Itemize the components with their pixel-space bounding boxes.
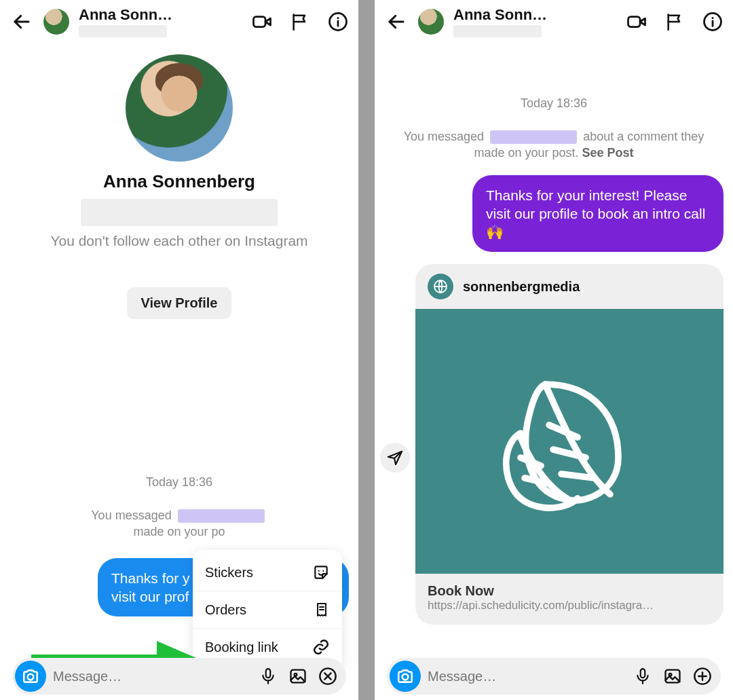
back-button[interactable] <box>384 10 409 34</box>
follow-status: You don't follow each other on Instagram <box>0 233 358 249</box>
system-message-prefix: You messaged <box>404 130 484 143</box>
card-brand-name: sonnenbergmedia <box>463 279 580 295</box>
profile-avatar[interactable] <box>126 54 233 162</box>
gallery-icon[interactable] <box>286 665 309 688</box>
voice-message-icon[interactable] <box>257 665 280 688</box>
card-image <box>415 309 723 574</box>
header-title-wrap[interactable]: Anna Sonn… <box>453 6 616 37</box>
menu-item-label: Stickers <box>205 565 253 581</box>
svg-point-12 <box>28 674 34 680</box>
header-subtitle-redacted <box>453 25 542 37</box>
svg-rect-21 <box>628 17 641 27</box>
message-input-bar <box>387 658 721 695</box>
video-call-icon[interactable] <box>251 11 273 33</box>
info-icon[interactable] <box>327 11 349 33</box>
dm-screen-right: Anna Sonn… Today 18:36 You messaged <box>375 0 733 700</box>
card-url: https://api.schedulicity.com/public/inst… <box>428 599 711 612</box>
header-avatar[interactable] <box>43 9 69 35</box>
menu-item-label: Booking link <box>205 640 278 655</box>
header-avatar[interactable] <box>418 9 444 35</box>
svg-point-6 <box>318 570 320 572</box>
system-message-redacted <box>178 509 265 523</box>
camera-button[interactable] <box>390 661 421 692</box>
menu-item-orders[interactable]: Orders <box>193 591 342 628</box>
chat-header: Anna Sonn… <box>0 0 358 43</box>
system-message-prefix: You messaged <box>91 509 171 522</box>
profile-name: Anna Sonnenberg <box>0 171 358 192</box>
see-post-link[interactable]: See Post <box>582 146 634 160</box>
shared-link-card[interactable]: sonnenbergmedia Book Now https://api.sch… <box>415 264 723 625</box>
flag-icon[interactable] <box>664 11 685 33</box>
info-icon[interactable] <box>702 11 723 33</box>
menu-item-label: Orders <box>205 602 246 618</box>
share-button[interactable] <box>380 443 410 473</box>
view-profile-button[interactable]: View Profile <box>127 287 231 319</box>
system-message: You messaged made on your po <box>14 507 345 540</box>
message-input[interactable] <box>428 669 624 684</box>
header-title: Anna Sonn… <box>79 6 181 24</box>
sticker-icon <box>312 564 330 581</box>
header-title-wrap[interactable]: Anna Sonn… <box>79 6 242 37</box>
menu-item-stickers[interactable]: Stickers <box>193 554 342 591</box>
svg-point-25 <box>712 17 714 19</box>
svg-rect-29 <box>641 669 645 678</box>
gallery-icon[interactable] <box>661 665 684 688</box>
video-call-icon[interactable] <box>626 11 647 33</box>
header-subtitle-redacted <box>79 25 167 37</box>
voice-message-icon[interactable] <box>631 665 654 688</box>
attachment-menu: Stickers Orders Booking link <box>193 550 342 669</box>
chat-header: Anna Sonn… <box>375 0 733 43</box>
message-input[interactable] <box>53 669 250 684</box>
close-attachments-icon[interactable] <box>316 665 339 688</box>
back-button[interactable] <box>10 10 34 34</box>
system-message: You messaged about a comment they made o… <box>388 128 719 162</box>
brand-avatar-icon <box>428 274 453 299</box>
dm-screen-left: Anna Sonn… Anna Sonnenberg You <box>0 0 358 700</box>
add-attachment-icon[interactable] <box>691 665 714 688</box>
profile-summary: Anna Sonnenberg You don't follow each ot… <box>0 43 358 319</box>
svg-point-28 <box>402 674 409 680</box>
message-input-bar <box>12 658 346 695</box>
card-cta: Book Now <box>428 583 711 599</box>
camera-button[interactable] <box>15 661 46 692</box>
flag-icon[interactable] <box>289 11 311 33</box>
header-title: Anna Sonn… <box>453 6 555 24</box>
system-message-redacted <box>490 130 577 144</box>
svg-rect-1 <box>254 17 266 27</box>
svg-point-7 <box>322 570 324 572</box>
link-icon <box>312 638 330 656</box>
card-header: sonnenbergmedia <box>415 264 723 309</box>
svg-point-5 <box>337 17 339 19</box>
receipt-icon <box>314 601 330 619</box>
system-message-suffix: made on your po <box>133 525 225 538</box>
svg-rect-13 <box>266 669 271 678</box>
card-footer: Book Now https://api.schedulicity.com/pu… <box>415 574 723 625</box>
chat-timestamp: Today 18:36 <box>0 475 358 490</box>
panel-divider <box>358 0 375 700</box>
profile-handle-redacted <box>81 199 278 226</box>
chat-timestamp: Today 18:36 <box>375 96 733 111</box>
sent-message-bubble[interactable]: Thanks for your interest! Please visit o… <box>472 175 723 253</box>
